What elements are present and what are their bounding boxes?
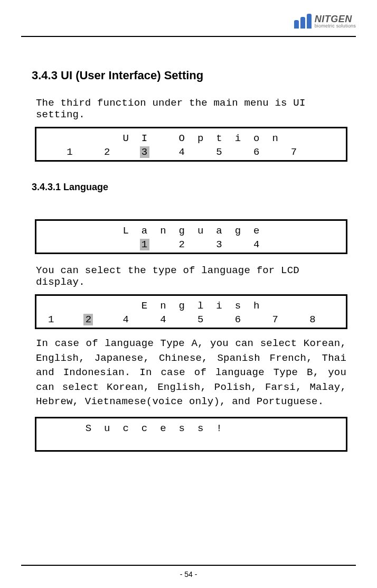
lcd-ui-option: UIOption 1234567 <box>35 127 347 162</box>
lcd-cell: s <box>191 423 210 434</box>
lcd-cell: 2 <box>173 239 191 250</box>
logo-bars-icon <box>294 14 312 29</box>
lcd-cell: O <box>173 133 191 144</box>
section-intro: The third function under the main menu i… <box>36 97 351 120</box>
lcd-cell: 1 <box>42 314 60 325</box>
lcd-cell: 3 <box>210 239 228 250</box>
lcd-cell: 4 <box>173 146 191 158</box>
divider-bottom <box>21 565 356 566</box>
lcd-cell: s <box>173 423 191 434</box>
content: 3.4.3 UI (User Interface) Setting The th… <box>21 69 356 452</box>
lcd-cell: g <box>173 300 191 312</box>
lcd-cell: i <box>210 300 228 312</box>
lcd-row: Language <box>42 224 341 238</box>
lcd-cell: g <box>229 225 247 237</box>
lcd-cell: 5 <box>191 314 210 325</box>
lcd-cell: 6 <box>229 314 247 325</box>
lcd-cell: 2 <box>98 146 116 158</box>
logo-text: NITGEN biometric solutions <box>315 14 356 29</box>
lcd-language: Language 1234 <box>35 219 347 254</box>
lcd-row <box>42 435 341 449</box>
lcd-success: Success! <box>35 417 347 452</box>
lcd-row: 1234567 <box>42 145 341 159</box>
lcd-row: UIOption <box>42 132 341 145</box>
lcd-cell: l <box>191 300 210 312</box>
lcd-cell: n <box>154 225 172 237</box>
lcd-cell: 1 <box>135 239 154 250</box>
lcd-cell: c <box>117 423 135 434</box>
lcd-row: 1234 <box>42 238 341 251</box>
lcd-cell: 3 <box>135 146 154 158</box>
lcd-row: English <box>42 299 341 313</box>
language-intro: You can select the type of language for … <box>36 265 351 288</box>
lcd-cell: n <box>266 133 285 144</box>
lcd-cell: g <box>173 225 191 237</box>
section-heading: 3.4.3 UI (User Interface) Setting <box>32 69 351 82</box>
lcd-cell: o <box>247 133 266 144</box>
lcd-cell: n <box>154 300 172 312</box>
subsection-heading: 3.4.3.1 Language <box>32 182 351 193</box>
lcd-cell: ! <box>210 423 228 434</box>
lcd-cell: 4 <box>117 314 135 325</box>
lcd-cell: U <box>117 133 135 144</box>
page-number: - 54 - <box>0 570 377 578</box>
lcd-cell: L <box>117 225 135 237</box>
lcd-cell: h <box>247 300 266 312</box>
lcd-cell: a <box>210 225 228 237</box>
lcd-cell: 6 <box>247 146 266 158</box>
lcd-cell: u <box>191 225 210 237</box>
lcd-cell: t <box>210 133 228 144</box>
header: NITGEN biometric solutions <box>21 11 356 32</box>
lcd-cell: e <box>247 225 266 237</box>
lcd-cell: 7 <box>266 314 285 325</box>
lcd-cell: 4 <box>247 239 266 250</box>
lcd-cell: u <box>98 423 116 434</box>
lcd-row: 12445678 <box>42 313 341 326</box>
lcd-cell: 7 <box>285 146 303 158</box>
lcd-cell: 1 <box>60 146 79 158</box>
lcd-cell: e <box>154 423 172 434</box>
type-paragraph: In case of language Type A, you can sele… <box>36 337 346 409</box>
lcd-cell: 8 <box>303 314 322 325</box>
footer: - 54 - <box>0 565 377 578</box>
lcd-cell: E <box>135 300 154 312</box>
lcd-cell: a <box>135 225 154 237</box>
page: NITGEN biometric solutions 3.4.3 UI (Use… <box>0 0 377 588</box>
lcd-cell: 4 <box>154 314 172 325</box>
brand-logo: NITGEN biometric solutions <box>294 14 356 29</box>
lcd-cell: p <box>191 133 210 144</box>
lcd-english: English 12445678 <box>35 294 347 329</box>
lcd-row: Success! <box>42 422 341 435</box>
lcd-cell: I <box>135 133 154 144</box>
lcd-cell: i <box>229 133 247 144</box>
lcd-cell: s <box>229 300 247 312</box>
brand-tagline: biometric solutions <box>315 24 356 29</box>
lcd-cell: c <box>135 423 154 434</box>
brand-name: NITGEN <box>315 14 356 24</box>
lcd-cell: 2 <box>79 314 98 325</box>
lcd-cell: S <box>79 423 98 434</box>
divider-top <box>21 36 356 37</box>
lcd-cell: 5 <box>210 146 228 158</box>
